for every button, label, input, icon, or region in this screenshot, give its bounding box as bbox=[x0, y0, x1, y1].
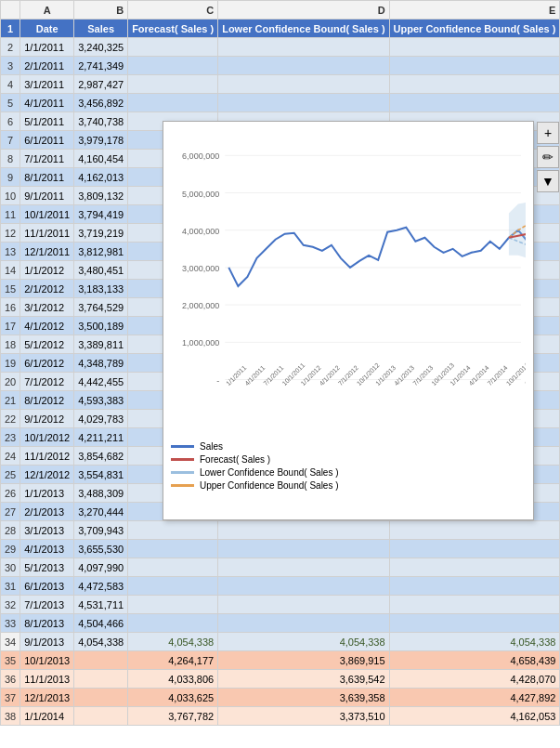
header-lower: Lower Confidence Bound( Sales ) bbox=[218, 20, 389, 38]
cell-a: 9/1/2012 bbox=[20, 410, 74, 428]
cell-c: 4,033,806 bbox=[128, 670, 218, 689]
cell-b: 3,719,219 bbox=[74, 224, 128, 243]
cell-a: 9/1/2013 bbox=[20, 633, 74, 651]
svg-marker-14 bbox=[509, 197, 526, 260]
chart-add-button[interactable]: + bbox=[537, 122, 559, 144]
cell-a: 3/1/2011 bbox=[20, 75, 74, 94]
cell-a: 6/1/2013 bbox=[20, 577, 74, 596]
cell-a: 4/1/2011 bbox=[20, 94, 74, 112]
cell-b: 3,480,451 bbox=[74, 261, 128, 280]
cell-a: 1/1/2013 bbox=[20, 484, 74, 503]
table-row: 32/1/20112,741,349 bbox=[1, 57, 561, 75]
cell-b: 4,472,583 bbox=[74, 577, 128, 596]
cell-b: 2,987,427 bbox=[74, 75, 128, 94]
cell-c bbox=[128, 577, 218, 596]
chart-legend: Sales Forecast( Sales ) Lower Confidence… bbox=[163, 438, 533, 494]
cell-a: 11/1/2011 bbox=[20, 224, 74, 243]
cell-c bbox=[128, 596, 218, 614]
table-row: 3712/1/20134,033,6253,639,3584,427,892 bbox=[1, 689, 561, 707]
row-number: 27 bbox=[1, 503, 20, 521]
cell-b: 3,809,132 bbox=[74, 187, 128, 205]
cell-c: 3,767,782 bbox=[128, 707, 218, 726]
svg-text:1,000,000: 1,000,000 bbox=[182, 338, 219, 348]
row-number: 23 bbox=[1, 428, 20, 447]
cell-a: 10/1/2013 bbox=[20, 651, 74, 670]
chart-filter-button[interactable]: ▼ bbox=[537, 170, 559, 192]
cell-a: 11/1/2013 bbox=[20, 670, 74, 689]
cell-b: 3,979,178 bbox=[74, 131, 128, 150]
cell-e: 4,162,053 bbox=[389, 707, 560, 726]
cell-b: 4,160,454 bbox=[74, 150, 128, 168]
cell-d bbox=[218, 614, 389, 633]
cell-e bbox=[389, 75, 560, 94]
row-number: 8 bbox=[1, 150, 20, 168]
header-upper: Upper Confidence Bound( Sales ) bbox=[389, 20, 560, 38]
row-number: 19 bbox=[1, 354, 20, 373]
table-row: 3611/1/20134,033,8063,639,5424,428,070 bbox=[1, 670, 561, 689]
cell-a: 12/1/2011 bbox=[20, 243, 74, 261]
cell-b: 3,456,892 bbox=[74, 94, 128, 112]
svg-text:3,000,000: 3,000,000 bbox=[182, 264, 219, 273]
legend-sales-line bbox=[171, 445, 194, 448]
cell-b: 3,794,419 bbox=[74, 205, 128, 224]
row-number: 33 bbox=[1, 614, 20, 633]
cell-b: 4,442,455 bbox=[74, 373, 128, 391]
cell-d bbox=[218, 38, 389, 57]
cell-b: 3,183,133 bbox=[74, 280, 128, 298]
legend-upper-label: Upper Confidence Bound( Sales ) bbox=[200, 480, 339, 491]
cell-a: 2/1/2011 bbox=[20, 57, 74, 75]
row-number: 10 bbox=[1, 187, 20, 205]
cell-a: 5/1/2012 bbox=[20, 335, 74, 354]
cell-b: 3,655,530 bbox=[74, 540, 128, 558]
cell-c bbox=[128, 38, 218, 57]
data-header-row: 1 Date Sales Forecast( Sales ) Lower Con… bbox=[1, 20, 561, 38]
cell-d bbox=[218, 596, 389, 614]
cell-b: 3,270,444 bbox=[74, 503, 128, 521]
cell-a: 6/1/2012 bbox=[20, 354, 74, 373]
cell-a: 10/1/2011 bbox=[20, 205, 74, 224]
cell-d: 3,869,915 bbox=[218, 651, 389, 670]
cell-b bbox=[74, 651, 128, 670]
spreadsheet: A B C D E F 1 Date Sales Forecast( Sales… bbox=[0, 0, 560, 748]
cell-d bbox=[218, 558, 389, 577]
legend-lower-line bbox=[171, 471, 194, 474]
cell-e bbox=[389, 38, 560, 57]
cell-d bbox=[218, 57, 389, 75]
row-number: 18 bbox=[1, 335, 20, 354]
row-number: 14 bbox=[1, 261, 20, 280]
table-row: 283/1/20133,709,943 bbox=[1, 521, 561, 540]
cell-c bbox=[128, 614, 218, 633]
table-row: 54/1/20113,456,892 bbox=[1, 94, 561, 112]
cell-a: 1/1/2012 bbox=[20, 261, 74, 280]
col-e-header: E bbox=[389, 1, 560, 20]
cell-a: 11/1/2012 bbox=[20, 447, 74, 466]
cell-e bbox=[389, 596, 560, 614]
cell-b: 3,500,189 bbox=[74, 317, 128, 335]
cell-c: 4,264,177 bbox=[128, 651, 218, 670]
cell-e bbox=[389, 94, 560, 112]
row-number: 21 bbox=[1, 391, 20, 410]
legend-upper: Upper Confidence Bound( Sales ) bbox=[171, 480, 526, 491]
cell-d bbox=[218, 577, 389, 596]
cell-b: 4,162,013 bbox=[74, 168, 128, 187]
cell-d bbox=[218, 521, 389, 540]
row-number: 35 bbox=[1, 651, 20, 670]
legend-forecast: Forecast( Sales ) bbox=[171, 454, 526, 465]
header-forecast: Forecast( Sales ) bbox=[128, 20, 218, 38]
row-number: 15 bbox=[1, 280, 20, 298]
cell-b: 3,488,309 bbox=[74, 484, 128, 503]
cell-a: 12/1/2013 bbox=[20, 689, 74, 707]
cell-a: 12/1/2012 bbox=[20, 466, 74, 484]
cell-b: 3,389,811 bbox=[74, 335, 128, 354]
row-number: 30 bbox=[1, 558, 20, 577]
table-row: 294/1/20133,655,530 bbox=[1, 540, 561, 558]
chart-area: 6,000,000 5,000,000 4,000,000 3,000,000 … bbox=[163, 122, 533, 438]
cell-b: 4,504,466 bbox=[74, 614, 128, 633]
chart-brush-button[interactable]: ✏ bbox=[537, 146, 559, 168]
cell-b: 3,709,943 bbox=[74, 521, 128, 540]
row-number: 7 bbox=[1, 131, 20, 150]
row-number: 38 bbox=[1, 707, 20, 726]
cell-a: 10/1/2012 bbox=[20, 428, 74, 447]
legend-forecast-label: Forecast( Sales ) bbox=[200, 454, 270, 465]
cell-e: 4,658,439 bbox=[389, 651, 560, 670]
